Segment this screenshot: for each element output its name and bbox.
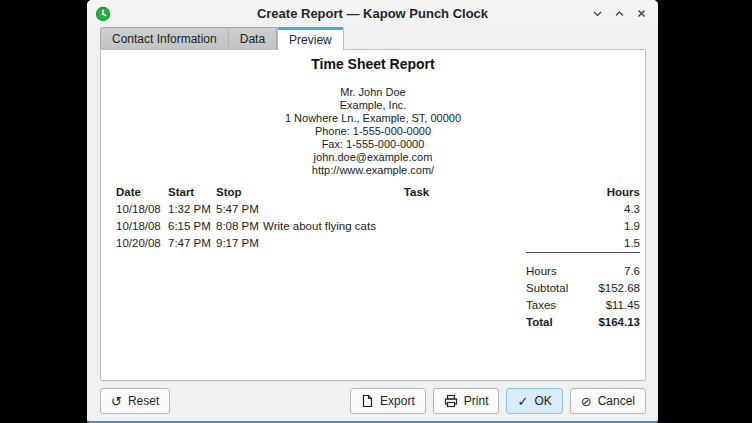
action-buttons: Export Print ✓ OK ⊘ Cancel xyxy=(350,388,646,414)
tab-label: Preview xyxy=(289,33,332,47)
totals-subtotal: Subtotal $152.68 xyxy=(526,280,640,297)
contact-name: Mr. John Doe xyxy=(101,86,645,99)
header-date: Date xyxy=(116,184,168,201)
ok-label: OK xyxy=(534,394,551,408)
contact-company: Example, Inc. xyxy=(101,99,645,112)
minimize-icon[interactable] xyxy=(589,5,606,22)
totals-total: Total $164.13 xyxy=(526,314,640,331)
titlebar[interactable]: Create Report — Kapow Punch Clock xyxy=(87,0,658,27)
tab-data[interactable]: Data xyxy=(228,27,277,49)
time-entries-table: Date Start Stop Task Hours 10/18/08 1:32… xyxy=(116,184,640,252)
cell-task xyxy=(263,235,570,252)
contact-address: 1 Nowhere Ln., Example, ST, 00000 xyxy=(101,112,645,125)
export-button[interactable]: Export xyxy=(350,388,426,414)
totals-label: Taxes xyxy=(526,297,556,314)
document-icon xyxy=(361,394,374,408)
totals-value: $11.45 xyxy=(606,297,640,314)
reset-label: Reset xyxy=(128,394,159,408)
report-preview-pane: Time Sheet Report Mr. John Doe Example, … xyxy=(100,49,646,381)
header-hours: Hours xyxy=(570,184,640,201)
totals-hours: Hours 7.6 xyxy=(526,263,640,280)
totals-value: $164.13 xyxy=(598,314,640,331)
totals-value: 7.6 xyxy=(624,263,640,280)
checkmark-icon: ✓ xyxy=(517,395,528,408)
tab-label: Contact Information xyxy=(112,32,217,46)
contact-fax: Fax: 1-555-000-0000 xyxy=(101,138,645,151)
print-button[interactable]: Print xyxy=(433,388,500,414)
undo-icon: ↺ xyxy=(111,395,122,408)
header-stop: Stop xyxy=(216,184,263,201)
header-start: Start xyxy=(168,184,216,201)
cell-start: 7:47 PM xyxy=(168,235,216,252)
cell-task xyxy=(263,201,570,218)
table-row: 10/18/08 6:15 PM 8:08 PM Write about fly… xyxy=(116,218,640,235)
totals-label: Hours xyxy=(526,263,557,280)
cell-stop: 5:47 PM xyxy=(216,201,263,218)
tab-label: Data xyxy=(240,32,265,46)
contact-phone: Phone: 1-555-000-0000 xyxy=(101,125,645,138)
totals-value: $152.68 xyxy=(598,280,640,297)
window-title: Create Report — Kapow Punch Clock xyxy=(87,6,658,21)
dialog-button-row: ↺ Reset Export xyxy=(100,388,646,414)
table-header-row: Date Start Stop Task Hours xyxy=(116,184,640,201)
cell-start: 1:32 PM xyxy=(168,201,216,218)
header-task: Task xyxy=(263,184,570,201)
totals-block: Hours 7.6 Subtotal $152.68 Taxes $11.45 … xyxy=(526,252,640,331)
cell-start: 6:15 PM xyxy=(168,218,216,235)
cell-date: 10/18/08 xyxy=(116,218,168,235)
kapow-clock-icon[interactable] xyxy=(95,6,111,22)
tab-contact-information[interactable]: Contact Information xyxy=(100,27,229,49)
report-title: Time Sheet Report xyxy=(101,56,645,72)
cell-hours: 1.5 xyxy=(570,235,640,252)
table-row: 10/20/08 7:47 PM 9:17 PM 1.5 xyxy=(116,235,640,252)
cell-date: 10/20/08 xyxy=(116,235,168,252)
contact-website: http://www.example.com/ xyxy=(101,164,645,177)
create-report-dialog: Create Report — Kapow Punch Clock Contac… xyxy=(87,0,658,423)
printer-icon xyxy=(444,394,458,408)
table-row: 10/18/08 1:32 PM 5:47 PM 4.3 xyxy=(116,201,640,218)
cell-stop: 9:17 PM xyxy=(216,235,263,252)
print-label: Print xyxy=(464,394,489,408)
totals-label: Total xyxy=(526,314,553,331)
cell-date: 10/18/08 xyxy=(116,201,168,218)
circle-slash-icon: ⊘ xyxy=(581,395,592,408)
maximize-icon[interactable] xyxy=(611,5,628,22)
window-controls xyxy=(589,5,650,22)
ok-button[interactable]: ✓ OK xyxy=(506,388,562,414)
totals-taxes: Taxes $11.45 xyxy=(526,297,640,314)
contact-email: john.doe@example.com xyxy=(101,151,645,164)
totals-label: Subtotal xyxy=(526,280,568,297)
cell-hours: 1.9 xyxy=(570,218,640,235)
cancel-label: Cancel xyxy=(598,394,635,408)
tab-preview[interactable]: Preview xyxy=(277,27,344,50)
cell-task: Write about flying cats xyxy=(263,218,570,235)
cancel-button[interactable]: ⊘ Cancel xyxy=(570,388,646,414)
cell-hours: 4.3 xyxy=(570,201,640,218)
export-label: Export xyxy=(380,394,415,408)
contact-block: Mr. John Doe Example, Inc. 1 Nowhere Ln.… xyxy=(101,86,645,177)
time-sheet-report: Time Sheet Report Mr. John Doe Example, … xyxy=(101,56,645,331)
reset-button[interactable]: ↺ Reset xyxy=(100,388,170,414)
cell-stop: 8:08 PM xyxy=(216,218,263,235)
close-icon[interactable] xyxy=(633,5,650,22)
tab-bar: Contact Information Data Preview xyxy=(100,27,344,50)
